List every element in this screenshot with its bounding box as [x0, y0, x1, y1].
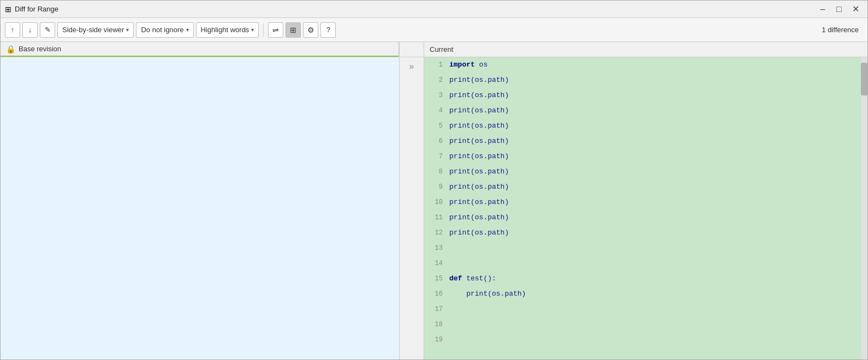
maximize-button[interactable]: □: [831, 3, 847, 16]
line-number: 16: [424, 286, 449, 302]
edit-icon: ✎: [45, 26, 51, 34]
line-content: print(os.path): [449, 118, 867, 134]
line-number: 3: [424, 88, 449, 103]
line-number: 13: [424, 241, 449, 256]
base-revision-label: Base revision: [19, 45, 61, 53]
ignore-dropdown-arrow-icon: ▾: [186, 27, 189, 33]
vertical-scrollbar[interactable]: [861, 57, 867, 359]
table-row: 11print(os.path): [424, 210, 867, 225]
help-icon: ?: [326, 26, 330, 34]
table-row: 7print(os.path): [424, 149, 867, 164]
code-lines: 1import os2print(os.path)3print(os.path)…: [424, 57, 867, 347]
left-pane: [1, 57, 399, 359]
line-number: 6: [424, 134, 449, 149]
current-label: Current: [430, 45, 453, 53]
line-number: 7: [424, 149, 449, 164]
line-number: 1: [424, 57, 449, 73]
diff-headers: 🔒 Base revision Current: [1, 42, 867, 57]
table-row: 17: [424, 302, 867, 317]
main-window: ⊞ Diff for Range – □ ✕ ↑ ↓ ✎ Side-by-sid…: [0, 0, 868, 360]
table-row: 18: [424, 317, 867, 332]
line-content: print(os.path): [449, 149, 867, 164]
table-row: 15def test():: [424, 271, 867, 286]
table-row: 9print(os.path): [424, 179, 867, 195]
close-button[interactable]: ✕: [848, 3, 863, 16]
app-icon: ⊞: [5, 5, 11, 14]
line-content: print(os.path): [449, 195, 867, 210]
line-content: print(os.path): [449, 73, 867, 88]
highlight-dropdown-label: Highlight words: [201, 26, 249, 34]
table-row: 4print(os.path): [424, 103, 867, 118]
table-row: 2print(os.path): [424, 73, 867, 88]
toolbar-separator-1: [263, 23, 264, 37]
ignore-dropdown-label: Do not ignore: [141, 26, 183, 34]
highlight-dropdown-button[interactable]: Highlight words ▾: [196, 22, 259, 38]
settings-button[interactable]: ⚙: [303, 22, 318, 38]
line-content: print(os.path): [449, 179, 867, 195]
table-row: 10print(os.path): [424, 195, 867, 210]
line-number: 5: [424, 118, 449, 134]
diff-container: 🔒 Base revision Current » 1import os2pri…: [1, 42, 867, 359]
table-row: 16 print(os.path): [424, 286, 867, 302]
diff-count-label: 1 difference: [822, 26, 863, 34]
down-arrow-icon: ↓: [28, 26, 32, 34]
prev-diff-button[interactable]: ↑: [5, 22, 20, 38]
viewer-dropdown-arrow-icon: ▾: [126, 27, 129, 33]
line-content: def test():: [449, 271, 867, 286]
line-number: 19: [424, 332, 449, 347]
line-content: print(os.path): [449, 225, 867, 241]
line-content: print(os.path): [449, 103, 867, 118]
line-number: 4: [424, 103, 449, 118]
line-number: 11: [424, 210, 449, 225]
line-number: 18: [424, 317, 449, 332]
line-content: print(os.path): [449, 134, 867, 149]
toolbar: ↑ ↓ ✎ Side-by-side viewer ▾ Do not ignor…: [1, 18, 867, 42]
minimize-button[interactable]: –: [815, 3, 830, 16]
window-controls: – □ ✕: [815, 3, 863, 16]
columns-button[interactable]: ⊞: [286, 22, 301, 38]
edit-button[interactable]: ✎: [40, 22, 55, 38]
next-diff-button[interactable]: ↓: [22, 22, 38, 38]
sync-icon: ⇌: [272, 26, 279, 34]
table-row: 14: [424, 256, 867, 271]
diff-gutter: »: [399, 57, 424, 359]
line-number: 15: [424, 271, 449, 286]
highlight-dropdown-arrow-icon: ▾: [251, 27, 254, 33]
right-header: Current: [424, 42, 867, 57]
line-number: 17: [424, 302, 449, 317]
right-pane: 1import os2print(os.path)3print(os.path)…: [424, 57, 867, 359]
up-arrow-icon: ↑: [11, 26, 15, 34]
columns-icon: ⊞: [290, 26, 296, 34]
line-content: import os: [449, 57, 867, 73]
help-button[interactable]: ?: [320, 22, 336, 38]
table-row: 12print(os.path): [424, 225, 867, 241]
line-content: print(os.path): [449, 210, 867, 225]
title-bar: ⊞ Diff for Range – □ ✕: [1, 1, 867, 18]
line-number: 2: [424, 73, 449, 88]
table-row: 6print(os.path): [424, 134, 867, 149]
line-content: print(os.path): [449, 88, 867, 103]
table-row: 3print(os.path): [424, 88, 867, 103]
line-number: 8: [424, 164, 449, 179]
diff-arrow-icon[interactable]: »: [407, 59, 417, 74]
table-row: 8print(os.path): [424, 164, 867, 179]
line-content: print(os.path): [449, 286, 867, 302]
scrollbar-thumb[interactable]: [861, 63, 867, 95]
line-number: 12: [424, 225, 449, 241]
viewer-dropdown-button[interactable]: Side-by-side viewer ▾: [57, 22, 134, 38]
table-row: 19: [424, 332, 867, 347]
line-content: print(os.path): [449, 164, 867, 179]
table-row: 1import os: [424, 57, 867, 73]
diff-panes: » 1import os2print(os.path)3print(os.pat…: [1, 57, 867, 359]
lock-icon: 🔒: [6, 45, 15, 53]
table-row: 5print(os.path): [424, 118, 867, 134]
line-number: 10: [424, 195, 449, 210]
line-number: 9: [424, 179, 449, 195]
sync-button[interactable]: ⇌: [268, 22, 283, 38]
viewer-dropdown-label: Side-by-side viewer: [62, 26, 124, 34]
line-number: 14: [424, 256, 449, 271]
window-title: Diff for Range: [15, 5, 815, 13]
table-row: 13: [424, 241, 867, 256]
left-header: 🔒 Base revision: [1, 42, 399, 57]
ignore-dropdown-button[interactable]: Do not ignore ▾: [136, 22, 193, 38]
